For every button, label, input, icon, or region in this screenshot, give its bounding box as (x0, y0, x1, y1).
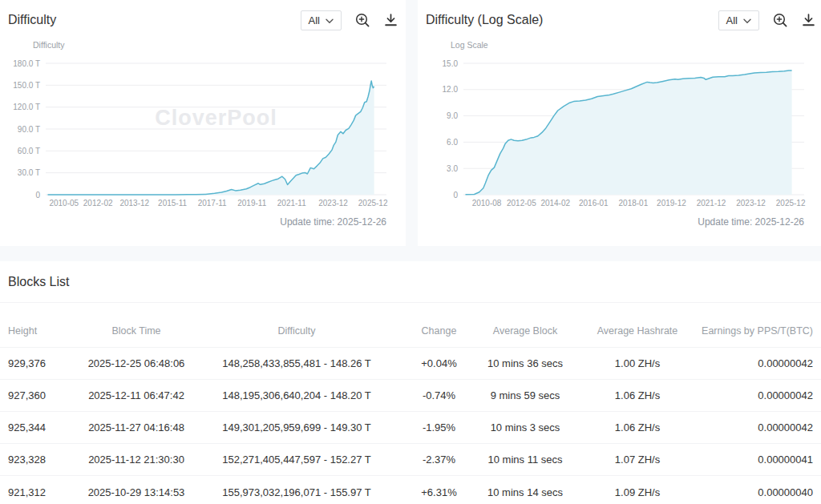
difficulty-cell: 148,258,433,855,481 - 148.26 T (188, 357, 405, 369)
blocks-table-header-row: Height Block Time Difficulty Change Aver… (0, 303, 821, 348)
blocks-list-section: Blocks List Height Block Time Difficulty… (0, 261, 821, 504)
difficulty-log-chart-plot[interactable]: Log Scale15.012.09.06.03.002010-082012-0… (426, 38, 815, 210)
svg-text:2018-01: 2018-01 (619, 199, 649, 208)
svg-text:2010-05: 2010-05 (49, 199, 79, 208)
average-block-cell: 10 mins 11 secs (473, 454, 577, 466)
svg-text:90.0 T: 90.0 T (18, 125, 40, 134)
svg-text:6.0: 6.0 (447, 138, 458, 147)
range-select-value: All (726, 14, 738, 26)
earnings-cell: 0.00000042 (698, 421, 813, 433)
earnings-cell: 0.00000040 (698, 486, 813, 498)
svg-text:CloverPool: CloverPool (155, 106, 277, 130)
svg-text:0: 0 (453, 191, 458, 200)
block-time-cell: 2025-11-27 04:16:48 (84, 421, 188, 433)
block-time-cell: 2025-12-25 06:48:06 (84, 357, 188, 369)
svg-text:2019-12: 2019-12 (657, 199, 686, 208)
svg-text:150.0 T: 150.0 T (13, 81, 40, 90)
difficulty-log-chart-card: Difficulty (Log Scale) All (418, 0, 821, 246)
difficulty-cell: 148,195,306,640,204 - 148.20 T (188, 389, 405, 401)
earnings-cell: 0.00000042 (698, 389, 813, 401)
svg-text:2013-12: 2013-12 (119, 199, 149, 208)
svg-text:2023-12: 2023-12 (736, 199, 766, 208)
svg-text:15.0: 15.0 (443, 59, 459, 68)
svg-text:2019-11: 2019-11 (237, 199, 266, 208)
col-header-difficulty: Difficulty (188, 325, 405, 337)
svg-text:Difficulty: Difficulty (33, 40, 65, 50)
col-header-earnings: Earnings by PPS/T(BTC) (698, 325, 813, 337)
average-block-cell: 10 mins 36 secs (473, 357, 577, 369)
table-row: 921,312 2025-10-29 13:14:53 155,973,032,… (0, 476, 821, 504)
svg-text:2017-11: 2017-11 (198, 199, 227, 208)
difficulty-log-chart-header: Difficulty (Log Scale) All (426, 10, 815, 30)
block-height-link[interactable]: 923,328 (8, 454, 84, 466)
svg-text:9.0: 9.0 (447, 111, 458, 120)
zoom-in-icon[interactable] (773, 13, 788, 28)
svg-text:12.0: 12.0 (443, 85, 459, 94)
chart-title-difficulty: Difficulty (8, 13, 301, 27)
chevron-down-icon (743, 14, 751, 26)
col-header-average-hashrate: Average Hashrate (577, 325, 698, 337)
svg-text:2025-12: 2025-12 (776, 199, 806, 208)
table-row: 923,328 2025-11-12 21:30:30 152,271,405,… (0, 444, 821, 476)
average-hashrate-cell: 1.09 ZH/s (577, 486, 698, 498)
table-row: 927,360 2025-12-11 06:47:42 148,195,306,… (0, 380, 821, 412)
block-height-link[interactable]: 925,344 (8, 421, 84, 433)
table-row: 929,376 2025-12-25 06:48:06 148,258,433,… (0, 348, 821, 380)
col-header-average-block: Average Block (473, 325, 577, 337)
svg-text:2025-12: 2025-12 (358, 199, 388, 208)
block-time-cell: 2025-11-12 21:30:30 (84, 454, 188, 466)
difficulty-cell: 155,973,032,196,071 - 155.97 T (188, 486, 405, 498)
update-time-label: Update time: 2025-12-26 (8, 216, 398, 228)
svg-text:2014-02: 2014-02 (540, 199, 570, 208)
range-select-value: All (309, 14, 320, 26)
earnings-cell: 0.00000041 (698, 454, 813, 466)
change-cell: -1.95% (405, 421, 473, 433)
difficulty-chart-card: Difficulty All (0, 0, 406, 246)
difficulty-cell: 152,271,405,447,597 - 152.27 T (188, 454, 405, 466)
average-block-cell: 10 mins 14 secs (473, 486, 577, 498)
svg-text:2021-11: 2021-11 (277, 199, 306, 208)
difficulty-cell: 149,301,205,959,699 - 149.30 T (188, 421, 405, 433)
difficulty-chart-header: Difficulty All (8, 10, 398, 30)
svg-text:60.0 T: 60.0 T (18, 147, 40, 155)
svg-text:30.0 T: 30.0 T (18, 168, 40, 177)
col-header-block-time: Block Time (84, 325, 188, 337)
average-hashrate-cell: 1.06 ZH/s (577, 389, 698, 401)
chevron-down-icon (326, 14, 334, 26)
charts-row: Difficulty All (0, 0, 821, 246)
blocks-list-title: Blocks List (8, 275, 69, 289)
svg-text:2016-01: 2016-01 (579, 199, 609, 208)
svg-text:2021-12: 2021-12 (697, 199, 726, 208)
block-time-cell: 2025-10-29 13:14:53 (84, 486, 188, 498)
svg-text:Log Scale: Log Scale (451, 40, 488, 50)
average-hashrate-cell: 1.00 ZH/s (577, 357, 698, 369)
col-header-height: Height (8, 325, 84, 337)
svg-text:2023-12: 2023-12 (318, 199, 348, 208)
change-cell: -0.74% (405, 389, 473, 401)
range-select-difficulty[interactable]: All (301, 10, 342, 30)
block-height-link[interactable]: 921,312 (8, 486, 84, 498)
block-height-link[interactable]: 929,376 (8, 357, 84, 369)
average-block-cell: 9 mins 59 secs (473, 389, 577, 401)
block-time-cell: 2025-12-11 06:47:42 (84, 389, 188, 401)
table-row: 925,344 2025-11-27 04:16:48 149,301,205,… (0, 412, 821, 444)
svg-text:2012-05: 2012-05 (507, 199, 536, 208)
earnings-cell: 0.00000042 (698, 357, 813, 369)
average-hashrate-cell: 1.06 ZH/s (577, 421, 698, 433)
change-cell: +6.31% (405, 486, 473, 498)
svg-text:180.0 T: 180.0 T (13, 59, 40, 68)
svg-text:2010-08: 2010-08 (472, 199, 502, 208)
download-icon[interactable] (802, 13, 815, 27)
range-select-difficulty-log[interactable]: All (718, 10, 759, 30)
svg-text:3.0: 3.0 (447, 164, 458, 173)
update-time-label: Update time: 2025-12-26 (426, 216, 815, 228)
svg-text:2015-11: 2015-11 (158, 199, 187, 208)
zoom-in-icon[interactable] (355, 13, 370, 28)
download-icon[interactable] (384, 13, 398, 27)
change-cell: -2.37% (405, 454, 473, 466)
section-divider (0, 246, 821, 261)
average-hashrate-cell: 1.07 ZH/s (577, 454, 698, 466)
change-cell: +0.04% (405, 357, 473, 369)
block-height-link[interactable]: 927,360 (8, 389, 84, 401)
difficulty-chart-plot[interactable]: Difficulty180.0 T150.0 T120.0 T90.0 T60.… (8, 38, 398, 210)
